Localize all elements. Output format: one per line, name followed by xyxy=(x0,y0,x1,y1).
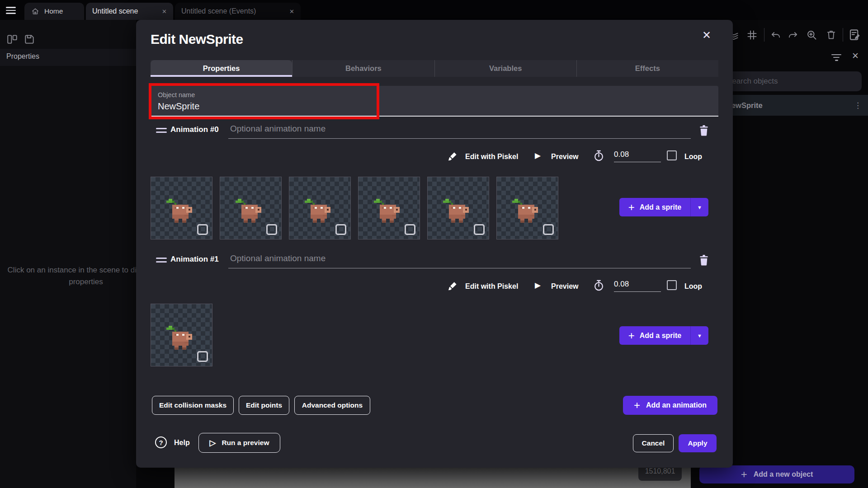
help-label[interactable]: Help xyxy=(174,439,190,447)
animation-label: Animation #0 xyxy=(170,125,219,134)
scene-canvas[interactable] xyxy=(175,465,691,488)
edit-collision-masks-button[interactable]: Edit collision masks xyxy=(152,396,234,415)
add-sprite-button[interactable]: + Add a sprite ▼ xyxy=(619,326,708,345)
preview-button[interactable]: Preview xyxy=(551,282,578,291)
plus-icon: + xyxy=(628,202,635,213)
pig-sprite xyxy=(236,199,264,225)
edit-points-button[interactable]: Edit points xyxy=(239,396,289,415)
help-icon[interactable]: ? xyxy=(155,436,167,448)
apply-button[interactable]: Apply xyxy=(679,434,717,452)
sprite-frame[interactable] xyxy=(358,177,420,239)
tab-label: Effects xyxy=(635,64,660,73)
object-menu-kebab-icon[interactable]: ⋮ xyxy=(854,101,862,110)
add-object-label: Add a new object xyxy=(754,470,813,479)
tab-label: Untitled scene (Events) xyxy=(181,7,256,15)
time-between-frames-input[interactable]: 0.08 xyxy=(614,150,661,162)
sprite-frame[interactable] xyxy=(151,304,212,366)
plus-icon: + xyxy=(634,400,640,411)
app-window: Home Untitled scene ✕ Untitled scene (Ev… xyxy=(0,0,868,488)
undo-icon[interactable] xyxy=(769,30,782,42)
play-icon: ▶ xyxy=(535,151,541,160)
frame-checkbox[interactable] xyxy=(474,224,485,235)
preview-button[interactable]: Preview xyxy=(551,153,578,161)
frame-checkbox[interactable] xyxy=(197,351,208,362)
brush-icon xyxy=(447,281,459,292)
hamburger-menu-icon[interactable] xyxy=(6,5,16,16)
loop-label: Loop xyxy=(684,282,702,291)
trash-icon[interactable] xyxy=(826,29,837,41)
home-icon xyxy=(31,7,40,16)
add-sprite-button[interactable]: + Add a sprite ▼ xyxy=(619,198,708,216)
tab-home[interactable]: Home xyxy=(24,3,84,20)
loop-checkbox[interactable] xyxy=(667,280,677,290)
drag-handle-icon[interactable] xyxy=(156,255,167,265)
edit-with-piskel-button[interactable]: Edit with Piskel xyxy=(465,282,518,291)
input-underline xyxy=(228,268,691,268)
run-preview-button[interactable]: ▷ Run a preview xyxy=(198,433,280,453)
sprite-frame[interactable] xyxy=(427,177,489,239)
delete-animation-icon[interactable] xyxy=(698,124,710,137)
properties-panel-title: Properties xyxy=(6,52,39,61)
caret-down-icon[interactable]: ▼ xyxy=(691,205,708,210)
edit-scene-sheet-icon[interactable] xyxy=(848,28,862,42)
edit-sprite-dialog: Edit NewSprite ✕ Properties Behaviors Va… xyxy=(136,20,733,468)
pig-sprite xyxy=(166,199,194,225)
cancel-button[interactable]: Cancel xyxy=(633,434,674,452)
frame-checkbox[interactable] xyxy=(266,224,277,235)
tab-properties[interactable]: Properties xyxy=(151,60,292,77)
tab-label: Behaviors xyxy=(345,64,382,73)
time-between-frames-input[interactable]: 0.08 xyxy=(614,280,661,292)
zoom-in-icon[interactable] xyxy=(806,29,818,41)
add-animation-button[interactable]: + Add an animation xyxy=(623,396,717,415)
tab-variables[interactable]: Variables xyxy=(434,60,576,77)
question-glyph: ? xyxy=(159,439,163,446)
animation-name-input[interactable]: Optional animation name xyxy=(230,124,326,134)
toolbar-divider xyxy=(843,28,843,42)
add-new-object-button[interactable]: + Add a new object xyxy=(699,465,854,483)
annotation-red-rectangle xyxy=(149,83,379,119)
pig-sprite xyxy=(512,199,540,225)
sprite-frame[interactable] xyxy=(220,177,282,239)
top-tab-bar: Home Untitled scene ✕ Untitled scene (Ev… xyxy=(0,0,868,20)
sprite-frame[interactable] xyxy=(496,177,558,239)
search-objects-input[interactable] xyxy=(720,71,862,91)
redo-icon[interactable] xyxy=(787,30,799,42)
grid-icon[interactable] xyxy=(746,29,758,41)
play-outline-icon: ▷ xyxy=(210,438,216,448)
dialog-close-icon[interactable]: ✕ xyxy=(702,29,711,42)
frame-checkbox[interactable] xyxy=(405,224,415,235)
pig-sprite xyxy=(443,199,471,225)
frame-checkbox[interactable] xyxy=(197,224,208,235)
dialog-tab-bar: Properties Behaviors Variables Effects xyxy=(151,60,718,77)
caret-down-icon[interactable]: ▼ xyxy=(691,333,708,338)
close-tab-icon[interactable]: ✕ xyxy=(289,9,294,14)
tab-untitled-scene-events[interactable]: Untitled scene (Events) ✕ xyxy=(175,3,301,20)
sprite-frame[interactable] xyxy=(289,177,351,239)
pig-sprite xyxy=(305,199,333,225)
plus-icon: + xyxy=(741,469,747,480)
dialog-title: Edit NewSprite xyxy=(151,32,243,47)
pig-sprite xyxy=(166,326,194,352)
filter-icon[interactable] xyxy=(831,54,842,63)
tab-label: Home xyxy=(44,7,63,15)
tab-untitled-scene[interactable]: Untitled scene ✕ xyxy=(86,3,173,20)
object-list-item[interactable]: NewSprite ⋮ xyxy=(719,95,868,116)
stopwatch-icon xyxy=(593,279,605,292)
tab-behaviors[interactable]: Behaviors xyxy=(292,60,434,77)
frame-checkbox[interactable] xyxy=(543,224,554,235)
drag-handle-icon[interactable] xyxy=(156,126,167,135)
sprite-frame[interactable] xyxy=(151,177,212,239)
toolbar-divider xyxy=(764,28,764,42)
play-icon: ▶ xyxy=(535,281,541,290)
frame-checkbox[interactable] xyxy=(335,224,346,235)
layout-panels-icon[interactable] xyxy=(6,33,18,45)
close-panel-icon[interactable]: ✕ xyxy=(852,51,859,61)
animation-name-input[interactable]: Optional animation name xyxy=(230,253,326,263)
loop-checkbox[interactable] xyxy=(667,150,677,160)
close-tab-icon[interactable]: ✕ xyxy=(162,9,167,14)
delete-animation-icon[interactable] xyxy=(698,253,710,267)
save-icon[interactable] xyxy=(24,33,35,45)
advanced-options-button[interactable]: Advanced options xyxy=(294,396,370,415)
tab-effects[interactable]: Effects xyxy=(576,60,718,77)
edit-with-piskel-button[interactable]: Edit with Piskel xyxy=(465,153,518,161)
